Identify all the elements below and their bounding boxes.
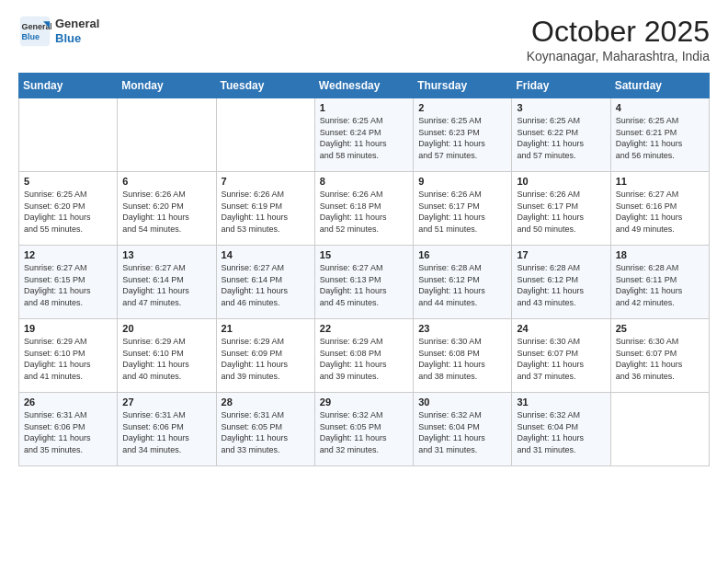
day-info: Sunrise: 6:29 AMSunset: 6:08 PMDaylight:… xyxy=(320,336,408,382)
calendar-cell: 25Sunrise: 6:30 AMSunset: 6:07 PMDayligh… xyxy=(610,319,709,393)
logo-text: General Blue xyxy=(55,17,99,45)
day-header-row: Sunday Monday Tuesday Wednesday Thursday… xyxy=(19,74,710,98)
calendar-week-row: 5Sunrise: 6:25 AMSunset: 6:20 PMDaylight… xyxy=(19,172,710,246)
day-info: Sunrise: 6:25 AMSunset: 6:23 PMDaylight:… xyxy=(418,115,506,161)
day-info: Sunrise: 6:26 AMSunset: 6:19 PMDaylight:… xyxy=(222,189,310,235)
calendar-cell: 8Sunrise: 6:26 AMSunset: 6:18 PMDaylight… xyxy=(314,172,413,246)
day-info: Sunrise: 6:31 AMSunset: 6:06 PMDaylight:… xyxy=(122,409,210,455)
day-number: 26 xyxy=(24,396,112,408)
day-info: Sunrise: 6:27 AMSunset: 6:14 PMDaylight:… xyxy=(122,262,210,308)
day-number: 29 xyxy=(320,396,408,408)
day-info: Sunrise: 6:32 AMSunset: 6:05 PMDaylight:… xyxy=(320,409,408,455)
header-friday: Friday xyxy=(512,74,610,98)
day-info: Sunrise: 6:26 AMSunset: 6:17 PMDaylight:… xyxy=(418,189,506,235)
day-info: Sunrise: 6:30 AMSunset: 6:07 PMDaylight:… xyxy=(517,336,605,382)
header-thursday: Thursday xyxy=(414,74,512,98)
month-title: October 2025 xyxy=(527,15,710,49)
header-sunday: Sunday xyxy=(19,74,118,98)
day-number: 14 xyxy=(222,249,310,260)
page: General Blue General Blue October 2025 K… xyxy=(0,0,728,563)
day-number: 24 xyxy=(517,323,605,334)
day-number: 2 xyxy=(418,102,506,113)
calendar-cell: 27Sunrise: 6:31 AMSunset: 6:06 PMDayligh… xyxy=(118,393,216,466)
day-info: Sunrise: 6:27 AMSunset: 6:16 PMDaylight:… xyxy=(616,189,704,235)
day-number: 25 xyxy=(616,323,704,334)
day-number: 12 xyxy=(24,249,112,260)
day-info: Sunrise: 6:32 AMSunset: 6:04 PMDaylight:… xyxy=(517,409,605,455)
day-info: Sunrise: 6:26 AMSunset: 6:17 PMDaylight:… xyxy=(517,189,605,235)
day-number: 3 xyxy=(517,102,605,113)
title-block: October 2025 Koynanagar, Maharashtra, In… xyxy=(527,15,710,63)
calendar-cell: 17Sunrise: 6:28 AMSunset: 6:12 PMDayligh… xyxy=(512,246,610,319)
calendar-cell: 13Sunrise: 6:27 AMSunset: 6:14 PMDayligh… xyxy=(118,246,216,319)
calendar-cell: 29Sunrise: 6:32 AMSunset: 6:05 PMDayligh… xyxy=(314,393,413,466)
day-info: Sunrise: 6:26 AMSunset: 6:18 PMDaylight:… xyxy=(320,189,408,235)
day-info: Sunrise: 6:28 AMSunset: 6:12 PMDaylight:… xyxy=(418,262,506,308)
day-info: Sunrise: 6:25 AMSunset: 6:20 PMDaylight:… xyxy=(24,189,112,235)
calendar-cell: 12Sunrise: 6:27 AMSunset: 6:15 PMDayligh… xyxy=(19,246,118,319)
logo: General Blue General Blue xyxy=(18,15,99,48)
day-info: Sunrise: 6:31 AMSunset: 6:05 PMDaylight:… xyxy=(222,409,310,455)
day-info: Sunrise: 6:25 AMSunset: 6:21 PMDaylight:… xyxy=(616,115,704,161)
calendar-cell: 5Sunrise: 6:25 AMSunset: 6:20 PMDaylight… xyxy=(19,172,118,246)
header: General Blue General Blue October 2025 K… xyxy=(18,15,710,63)
day-info: Sunrise: 6:29 AMSunset: 6:10 PMDaylight:… xyxy=(24,336,112,382)
calendar-cell: 19Sunrise: 6:29 AMSunset: 6:10 PMDayligh… xyxy=(19,319,118,393)
day-info: Sunrise: 6:28 AMSunset: 6:11 PMDaylight:… xyxy=(616,262,704,308)
calendar-cell: 21Sunrise: 6:29 AMSunset: 6:09 PMDayligh… xyxy=(216,319,314,393)
day-number: 17 xyxy=(517,249,605,260)
calendar-cell: 26Sunrise: 6:31 AMSunset: 6:06 PMDayligh… xyxy=(19,393,118,466)
day-number: 23 xyxy=(418,323,506,334)
day-info: Sunrise: 6:30 AMSunset: 6:08 PMDaylight:… xyxy=(418,336,506,382)
day-number: 9 xyxy=(418,176,506,187)
day-number: 28 xyxy=(222,396,310,408)
day-number: 1 xyxy=(320,102,408,113)
day-number: 21 xyxy=(222,323,310,334)
day-number: 22 xyxy=(320,323,408,334)
day-number: 27 xyxy=(122,396,210,408)
calendar-cell xyxy=(19,98,118,172)
calendar-cell: 30Sunrise: 6:32 AMSunset: 6:04 PMDayligh… xyxy=(414,393,512,466)
calendar-cell: 9Sunrise: 6:26 AMSunset: 6:17 PMDaylight… xyxy=(414,172,512,246)
calendar-week-row: 1Sunrise: 6:25 AMSunset: 6:24 PMDaylight… xyxy=(19,98,710,172)
calendar-week-row: 12Sunrise: 6:27 AMSunset: 6:15 PMDayligh… xyxy=(19,246,710,319)
location: Koynanagar, Maharashtra, India xyxy=(527,49,710,63)
calendar-cell: 20Sunrise: 6:29 AMSunset: 6:10 PMDayligh… xyxy=(118,319,216,393)
calendar-cell: 15Sunrise: 6:27 AMSunset: 6:13 PMDayligh… xyxy=(314,246,413,319)
calendar-table: Sunday Monday Tuesday Wednesday Thursday… xyxy=(18,73,710,466)
day-info: Sunrise: 6:28 AMSunset: 6:12 PMDaylight:… xyxy=(517,262,605,308)
calendar-week-row: 26Sunrise: 6:31 AMSunset: 6:06 PMDayligh… xyxy=(19,393,710,466)
calendar-week-row: 19Sunrise: 6:29 AMSunset: 6:10 PMDayligh… xyxy=(19,319,710,393)
calendar-cell: 28Sunrise: 6:31 AMSunset: 6:05 PMDayligh… xyxy=(216,393,314,466)
svg-text:Blue: Blue xyxy=(22,32,40,41)
calendar-cell: 4Sunrise: 6:25 AMSunset: 6:21 PMDaylight… xyxy=(610,98,709,172)
day-number: 5 xyxy=(24,176,112,187)
calendar-cell: 14Sunrise: 6:27 AMSunset: 6:14 PMDayligh… xyxy=(216,246,314,319)
day-info: Sunrise: 6:29 AMSunset: 6:10 PMDaylight:… xyxy=(122,336,210,382)
day-info: Sunrise: 6:31 AMSunset: 6:06 PMDaylight:… xyxy=(24,409,112,455)
logo-icon: General Blue xyxy=(18,15,51,48)
day-number: 15 xyxy=(320,249,408,260)
day-info: Sunrise: 6:32 AMSunset: 6:04 PMDaylight:… xyxy=(418,409,506,455)
calendar-cell: 2Sunrise: 6:25 AMSunset: 6:23 PMDaylight… xyxy=(414,98,512,172)
day-info: Sunrise: 6:25 AMSunset: 6:24 PMDaylight:… xyxy=(320,115,408,161)
calendar-cell xyxy=(610,393,709,466)
day-info: Sunrise: 6:29 AMSunset: 6:09 PMDaylight:… xyxy=(222,336,310,382)
calendar-cell: 18Sunrise: 6:28 AMSunset: 6:11 PMDayligh… xyxy=(610,246,709,319)
calendar-cell: 24Sunrise: 6:30 AMSunset: 6:07 PMDayligh… xyxy=(512,319,610,393)
calendar-cell: 16Sunrise: 6:28 AMSunset: 6:12 PMDayligh… xyxy=(414,246,512,319)
day-number: 16 xyxy=(418,249,506,260)
header-wednesday: Wednesday xyxy=(314,74,413,98)
header-tuesday: Tuesday xyxy=(216,74,314,98)
day-info: Sunrise: 6:27 AMSunset: 6:15 PMDaylight:… xyxy=(24,262,112,308)
calendar-cell: 23Sunrise: 6:30 AMSunset: 6:08 PMDayligh… xyxy=(414,319,512,393)
day-number: 19 xyxy=(24,323,112,334)
day-info: Sunrise: 6:26 AMSunset: 6:20 PMDaylight:… xyxy=(122,189,210,235)
day-number: 30 xyxy=(418,396,506,408)
day-number: 8 xyxy=(320,176,408,187)
header-monday: Monday xyxy=(118,74,216,98)
calendar-cell: 22Sunrise: 6:29 AMSunset: 6:08 PMDayligh… xyxy=(314,319,413,393)
header-saturday: Saturday xyxy=(610,74,709,98)
calendar-cell: 1Sunrise: 6:25 AMSunset: 6:24 PMDaylight… xyxy=(314,98,413,172)
calendar-cell xyxy=(216,98,314,172)
